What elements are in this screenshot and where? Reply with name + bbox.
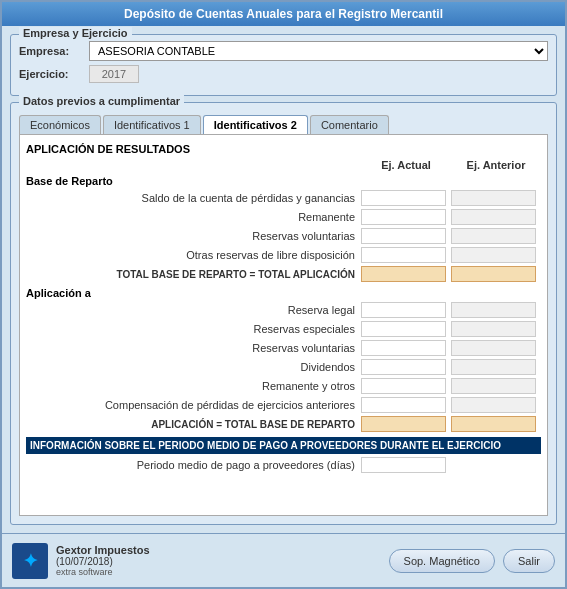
datos-group: Datos previos a cumplimentar Económicos … <box>10 102 557 525</box>
footer-extra-software: extra software <box>56 567 150 577</box>
subsection-base: Base de Reparto <box>26 175 541 187</box>
total-base-label: TOTAL BASE DE REPARTO = TOTAL APLICACIÓN <box>26 269 361 280</box>
res-voluntarias-anterior-input[interactable] <box>451 340 536 356</box>
footer-info: Gextor Impuestos (10/07/2018) extra soft… <box>56 544 150 577</box>
salir-button[interactable]: Salir <box>503 549 555 573</box>
content-area: Empresa y Ejercicio Empresa: ASESORIA CO… <box>2 26 565 533</box>
footer-brand: Gextor Impuestos <box>56 544 150 556</box>
empresa-group-title: Empresa y Ejercicio <box>19 27 132 39</box>
subsection-aplicacion: Aplicación a <box>26 287 541 299</box>
row-label: Reserva legal <box>26 304 361 316</box>
remanente-otros-anterior-input[interactable] <box>451 378 536 394</box>
res-especiales-actual-input[interactable] <box>361 321 446 337</box>
remanente-actual-input[interactable] <box>361 209 446 225</box>
table-row: Remanente <box>26 208 541 226</box>
periodo-label: Periodo medio de pago a proveedores (día… <box>26 459 361 471</box>
col-header-actual: Ej. Actual <box>361 159 451 171</box>
tab-identificativos2[interactable]: Identificativos 2 <box>203 115 308 134</box>
row-label: Compensación de pérdidas de ejercicios a… <box>26 399 361 411</box>
empresa-row: Empresa: ASESORIA CONTABLE <box>19 41 548 61</box>
table-row: Compensación de pérdidas de ejercicios a… <box>26 396 541 414</box>
otras-reservas-anterior-input[interactable] <box>451 247 536 263</box>
info-section-label: INFORMACIÓN SOBRE EL PERIODO MEDIO DE PA… <box>30 440 501 451</box>
main-window: Depósito de Cuentas Anuales para el Regi… <box>0 0 567 589</box>
total-aplicacion-anterior-input[interactable] <box>451 416 536 432</box>
table-row: Reservas voluntarias <box>26 339 541 357</box>
tab-comentario[interactable]: Comentario <box>310 115 389 134</box>
total-base-anterior-input[interactable] <box>451 266 536 282</box>
table-row: Reservas voluntarias <box>26 227 541 245</box>
total-aplicacion-label: APLICACIÓN = TOTAL BASE DE REPARTO <box>26 419 361 430</box>
res-especiales-anterior-input[interactable] <box>451 321 536 337</box>
tab-economicos[interactable]: Económicos <box>19 115 101 134</box>
total-base-row: TOTAL BASE DE REPARTO = TOTAL APLICACIÓN <box>26 265 541 283</box>
row-label: Dividendos <box>26 361 361 373</box>
table-row: Dividendos <box>26 358 541 376</box>
total-base-actual-input[interactable] <box>361 266 446 282</box>
remanente-otros-actual-input[interactable] <box>361 378 446 394</box>
sop-magnetico-button[interactable]: Sop. Magnético <box>389 549 495 573</box>
empresa-group: Empresa y Ejercicio Empresa: ASESORIA CO… <box>10 34 557 96</box>
compensacion-anterior-input[interactable] <box>451 397 536 413</box>
table-row: Saldo de la cuenta de pérdidas y gananci… <box>26 189 541 207</box>
footer-left: ✦ Gextor Impuestos (10/07/2018) extra so… <box>12 543 150 579</box>
empresa-select[interactable]: ASESORIA CONTABLE <box>89 41 548 61</box>
dividendos-actual-input[interactable] <box>361 359 446 375</box>
table-row: Remanente y otros <box>26 377 541 395</box>
ejercicio-label: Ejercicio: <box>19 68 89 80</box>
section-title: APLICACIÓN DE RESULTADOS <box>26 143 541 155</box>
window-title: Depósito de Cuentas Anuales para el Regi… <box>2 2 565 26</box>
footer-buttons: Sop. Magnético Salir <box>389 549 555 573</box>
row-label: Remanente <box>26 211 361 223</box>
compensacion-actual-input[interactable] <box>361 397 446 413</box>
table-row: Otras reservas de libre disposición <box>26 246 541 264</box>
ejercicio-row: Ejercicio: <box>19 65 548 83</box>
row-label: Saldo de la cuenta de pérdidas y gananci… <box>26 192 361 204</box>
tab-content-identificativos2: APLICACIÓN DE RESULTADOS Ej. Actual Ej. … <box>19 134 548 516</box>
tabs-row: Económicos Identificativos 1 Identificat… <box>11 107 556 134</box>
periodo-actual-input[interactable] <box>361 457 446 473</box>
datos-group-title: Datos previos a cumplimentar <box>19 95 184 107</box>
total-aplicacion-actual-input[interactable] <box>361 416 446 432</box>
row-label: Reservas voluntarias <box>26 342 361 354</box>
info-section: INFORMACIÓN SOBRE EL PERIODO MEDIO DE PA… <box>26 437 541 454</box>
reservas-vol-anterior-input[interactable] <box>451 228 536 244</box>
res-legal-actual-input[interactable] <box>361 302 446 318</box>
table-row: Reservas especiales <box>26 320 541 338</box>
row-label: Reservas especiales <box>26 323 361 335</box>
row-label: Remanente y otros <box>26 380 361 392</box>
saldo-actual-input[interactable] <box>361 190 446 206</box>
col-header-anterior: Ej. Anterior <box>451 159 541 171</box>
tab-identificativos1[interactable]: Identificativos 1 <box>103 115 201 134</box>
saldo-anterior-input[interactable] <box>451 190 536 206</box>
total-aplicacion-row: APLICACIÓN = TOTAL BASE DE REPARTO <box>26 415 541 433</box>
periodo-row: Periodo medio de pago a proveedores (día… <box>26 456 541 474</box>
row-label: Otras reservas de libre disposición <box>26 249 361 261</box>
logo-icon: ✦ <box>12 543 48 579</box>
footer: ✦ Gextor Impuestos (10/07/2018) extra so… <box>2 533 565 587</box>
title-text: Depósito de Cuentas Anuales para el Regi… <box>124 7 443 21</box>
row-label: Reservas voluntarias <box>26 230 361 242</box>
ejercicio-input[interactable] <box>89 65 139 83</box>
res-voluntarias-actual-input[interactable] <box>361 340 446 356</box>
table-row: Reserva legal <box>26 301 541 319</box>
empresa-label: Empresa: <box>19 45 89 57</box>
dividendos-anterior-input[interactable] <box>451 359 536 375</box>
footer-date: (10/07/2018) <box>56 556 150 567</box>
otras-reservas-actual-input[interactable] <box>361 247 446 263</box>
reservas-vol-actual-input[interactable] <box>361 228 446 244</box>
res-legal-anterior-input[interactable] <box>451 302 536 318</box>
remanente-anterior-input[interactable] <box>451 209 536 225</box>
